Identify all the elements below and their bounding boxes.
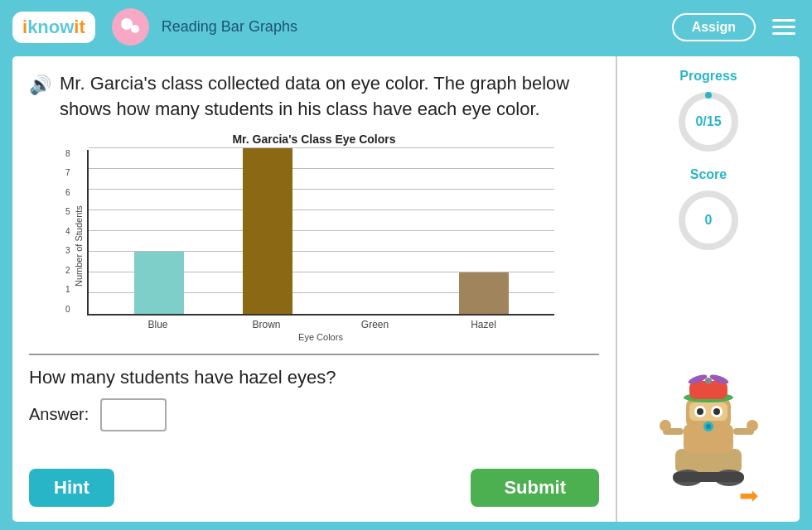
score-label: Score: [690, 167, 727, 182]
score-section: Score 0: [675, 167, 742, 253]
bar-chart: Mr. Garcia's Class Eye Colors Number of …: [29, 132, 599, 342]
robot-container: ➡: [655, 374, 762, 509]
chart-area: Number of Students 0 1 2 3 4 5 6 7: [74, 150, 554, 342]
svg-rect-26: [662, 420, 669, 428]
x-label-hazel: Hazel: [459, 319, 509, 330]
assign-button[interactable]: Assign: [672, 13, 756, 41]
y-label-6: 6: [65, 189, 70, 197]
score-value: 0: [705, 213, 713, 228]
bar-hazel: [459, 272, 509, 314]
header: iknowit Reading Bar Graphs Assign: [0, 0, 812, 54]
progress-circle: 0/15: [675, 89, 742, 155]
lesson-title: Reading Bar Graphs: [162, 18, 660, 36]
progress-label: Progress: [679, 69, 737, 84]
submit-button[interactable]: Submit: [471, 469, 599, 507]
bar-blue: [134, 252, 184, 314]
y-axis-label: Number of Students: [74, 150, 84, 342]
y-label-4: 4: [65, 228, 70, 236]
answer-label: Answer:: [29, 405, 89, 424]
logo-icon: [112, 8, 149, 46]
menu-button[interactable]: [768, 15, 800, 39]
y-label-0: 0: [65, 306, 70, 314]
svg-point-19: [697, 408, 703, 415]
audio-icon[interactable]: 🔊: [29, 73, 51, 99]
x-label-green: Green: [350, 319, 400, 330]
chart-inner: 0 1 2 3 4 5 6 7 8: [87, 150, 554, 342]
main-content: 🔊 Mr. Garcia's class collected data on e…: [10, 54, 802, 524]
x-label-brown: Brown: [242, 319, 292, 330]
bar-brown: [243, 148, 292, 314]
y-label-8: 8: [65, 150, 70, 158]
svg-point-20: [713, 408, 720, 415]
logo: iknowit: [12, 12, 95, 43]
y-label-7: 7: [65, 169, 70, 177]
x-axis-labels: Blue Brown Green Hazel: [87, 316, 554, 330]
answer-row: Answer:: [29, 398, 599, 431]
bottom-buttons: Hint Submit: [29, 469, 599, 507]
bar-blue-rect: [134, 252, 184, 314]
svg-rect-8: [673, 472, 744, 482]
x-label-blue: Blue: [133, 319, 183, 330]
left-panel: 🔊 Mr. Garcia's class collected data on e…: [12, 56, 617, 522]
bar-brown-rect: [243, 148, 292, 314]
robot-mascot: [655, 374, 762, 482]
x-axis-title: Eye Colors: [87, 332, 554, 342]
y-label-5: 5: [65, 208, 70, 216]
svg-point-13: [705, 378, 712, 384]
chart-title: Mr. Garcia's Class Eye Colors: [232, 132, 395, 146]
bar-hazel-rect: [459, 272, 509, 314]
hint-button[interactable]: Hint: [29, 469, 114, 507]
sub-question: How many students have hazel eyes?: [29, 367, 599, 388]
right-panel: Progress 0/15 Score 0: [617, 56, 800, 522]
y-label-2: 2: [65, 267, 70, 275]
svg-point-0: [121, 18, 133, 30]
answer-input[interactable]: [100, 398, 167, 431]
y-labels: 0 1 2 3 4 5 6 7 8: [65, 150, 70, 314]
progress-section: Progress 0/15: [675, 69, 742, 155]
bars-wrapper: [89, 150, 554, 314]
svg-point-22: [706, 424, 711, 429]
y-label-3: 3: [65, 247, 70, 255]
y-label-1: 1: [65, 286, 70, 294]
chart-grid: 0 1 2 3 4 5 6 7 8: [87, 150, 554, 316]
grid-line-8: [89, 147, 554, 148]
score-circle: 0: [675, 187, 742, 253]
divider: [29, 354, 599, 355]
svg-point-27: [747, 420, 758, 431]
question-text: 🔊 Mr. Garcia's class collected data on e…: [29, 71, 599, 123]
progress-value: 0/15: [695, 114, 721, 129]
svg-point-1: [131, 25, 139, 33]
